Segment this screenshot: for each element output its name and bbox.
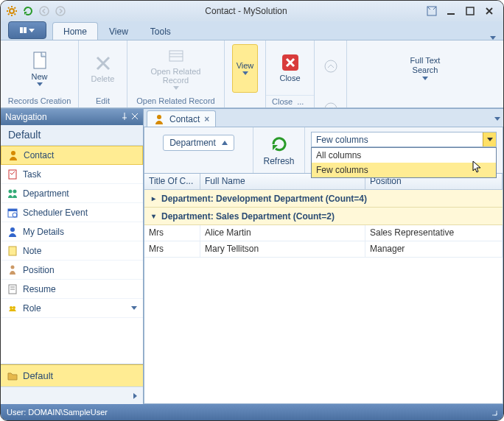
svg-point-35 [13, 306, 15, 309]
svg-rect-15 [169, 51, 183, 61]
window-layout-icon[interactable] [425, 4, 438, 18]
svg-point-10 [56, 7, 65, 15]
open-related-button: Open Related Record [139, 44, 213, 93]
tab-home[interactable]: Home [52, 22, 98, 40]
group-by-department[interactable]: Department [163, 135, 234, 151]
nav-back-icon[interactable] [38, 4, 51, 18]
doc-tabs-menu-icon[interactable] [494, 117, 500, 121]
view-mode-combo[interactable]: Few columns [311, 132, 497, 147]
nav-item-mydetails[interactable]: My Details [1, 222, 143, 241]
open-related-label: Open Related Record [151, 67, 201, 85]
svg-point-28 [10, 227, 15, 232]
ribbon: New Records Creation Delete Edit Open Re… [1, 40, 503, 108]
position-icon [7, 264, 18, 276]
nav-panel: Navigation Default Contact Task Departme… [1, 109, 144, 404]
svg-point-23 [9, 189, 13, 193]
option-few-columns[interactable]: Few columns [312, 163, 496, 177]
view-mode-dropdown[interactable]: All columns Few columns [311, 147, 497, 178]
col-title[interactable]: Title Of C... [144, 174, 200, 189]
pin-icon[interactable] [121, 112, 128, 122]
nav-header: Default [1, 125, 143, 146]
task-icon [7, 169, 18, 180]
ribbon-group-related: Open Related Record [127, 94, 224, 107]
settings-gear-icon[interactable] [5, 4, 18, 18]
window-title: Contact - MySolution [67, 6, 425, 16]
svg-line-8 [15, 7, 16, 9]
calendar-icon [7, 207, 18, 219]
close-button[interactable]: Close [270, 48, 311, 88]
svg-point-21 [11, 151, 15, 155]
group-filter-area: Department [144, 127, 253, 173]
svg-point-30 [11, 265, 15, 269]
nav-item-note[interactable]: Note [1, 241, 143, 261]
doc-tab-close-icon[interactable]: × [204, 114, 209, 124]
contact-tab-icon [153, 113, 165, 125]
app-menu-button[interactable] [8, 21, 46, 39]
svg-rect-14 [34, 52, 46, 68]
ribbon-group-records: Records Creation [1, 94, 78, 107]
new-button[interactable]: New [10, 44, 69, 93]
refresh-label: Refresh [263, 156, 294, 166]
resize-grip-icon[interactable] [489, 407, 497, 417]
view-button[interactable]: View [232, 44, 258, 93]
nav-item-resume[interactable]: Resume [1, 280, 143, 299]
nav-item-task[interactable]: Task [1, 165, 143, 184]
table-row[interactable]: Mrs Mary Tellitson Manager [144, 241, 503, 258]
svg-point-9 [40, 7, 49, 15]
nav-close-icon[interactable] [131, 112, 139, 122]
folder-icon [7, 370, 18, 382]
nav-overflow-button[interactable] [1, 386, 143, 404]
group-sales[interactable]: Department: Sales Department (Count=2) [144, 208, 503, 225]
new-button-label: New [31, 72, 47, 81]
group-development[interactable]: Department: Development Department (Coun… [144, 190, 503, 208]
full-text-search-label: Full Text Search [410, 56, 441, 75]
nav-list[interactable]: Contact Task Department Scheduler Event … [1, 146, 143, 364]
nav-item-contact[interactable]: Contact [1, 146, 143, 165]
person-icon [7, 226, 18, 238]
status-user: User: DOMAIN\SampleUser [7, 408, 108, 417]
table-row[interactable]: Mrs Alice Martin Sales Representative [144, 225, 503, 241]
nav-group-default[interactable]: Default [1, 364, 143, 386]
document-tabs: Contact × [144, 109, 503, 127]
close-window-icon[interactable] [483, 4, 496, 18]
app-window: Contact - MySolution Home View Tools New… [0, 0, 504, 421]
close-red-icon [281, 53, 300, 72]
chevron-down-icon[interactable] [131, 306, 137, 310]
svg-line-5 [8, 7, 10, 9]
combo-dropdown-icon[interactable] [483, 132, 496, 146]
ribbon-group-edit: Edit [79, 94, 127, 107]
close-more-button[interactable]: Close ... [266, 95, 314, 107]
refresh-icon[interactable] [21, 4, 35, 18]
delete-button-label: Delete [91, 74, 115, 83]
ribbon-collapse-icon[interactable] [490, 36, 496, 40]
minimize-icon[interactable] [444, 4, 458, 18]
nav-pane-title-text: Navigation [5, 112, 47, 122]
svg-rect-22 [9, 170, 16, 179]
refresh-button[interactable]: Refresh [253, 127, 305, 173]
content: Navigation Default Contact Task Departme… [1, 108, 503, 404]
full-text-search-button[interactable]: Full Text Search [396, 44, 455, 93]
document-new-icon [29, 50, 50, 71]
nav-forward-icon[interactable] [54, 4, 67, 18]
view-toolbar: Department Refresh Few columns [144, 127, 503, 174]
sort-asc-icon [222, 141, 228, 145]
doc-tab-contact[interactable]: Contact × [147, 110, 216, 127]
nav-item-role[interactable]: Role [1, 299, 143, 318]
main-area: Contact × Department Refresh [144, 109, 503, 404]
chevron-right-icon [133, 393, 137, 399]
tab-view[interactable]: View [98, 22, 139, 40]
svg-line-7 [8, 14, 10, 15]
refresh-large-icon [269, 134, 290, 155]
option-all-columns[interactable]: All columns [312, 148, 496, 163]
tab-tools[interactable]: Tools [139, 22, 182, 40]
department-icon [7, 188, 18, 199]
nav-item-position[interactable]: Position [1, 261, 143, 280]
nav-item-department[interactable]: Department [1, 184, 143, 203]
svg-rect-26 [8, 209, 17, 211]
maximize-icon[interactable] [463, 4, 477, 18]
svg-rect-12 [447, 13, 455, 15]
related-record-icon [167, 46, 186, 66]
combo-value: Few columns [316, 135, 368, 145]
data-grid[interactable]: Title Of C... Full Name Position Departm… [144, 174, 503, 404]
nav-item-scheduler[interactable]: Scheduler Event [1, 203, 143, 222]
